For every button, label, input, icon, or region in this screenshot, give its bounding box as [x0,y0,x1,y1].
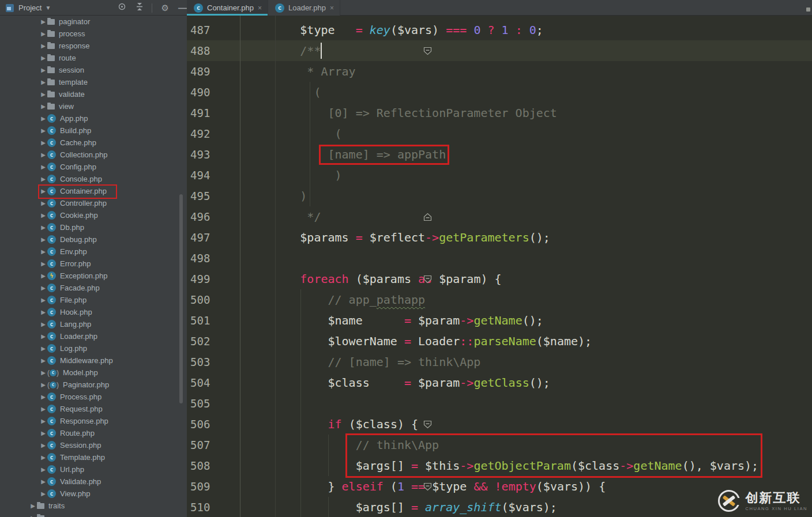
tree-item-route-php[interactable]: ▶cRoute.php [0,427,187,439]
line-number[interactable]: 495 [190,186,210,206]
code-line-506[interactable]: 506 if ($class) { [187,414,812,435]
expand-arrow-icon[interactable]: ▶ [39,31,47,37]
code-line-495[interactable]: 495 ) [187,186,812,206]
line-number[interactable]: 493 [190,144,210,165]
line-number[interactable]: 494 [190,165,210,186]
tree-item-cache-php[interactable]: ▶cCache.php [0,137,187,149]
tree-item-process[interactable]: ▶process [0,28,187,40]
line-number[interactable]: 502 [190,331,210,352]
code-line-496[interactable]: 496 */ [187,206,812,227]
expand-arrow-icon[interactable]: ▶ [39,406,47,412]
tree-item-exception-php[interactable]: ▶ϟException.php [0,270,187,282]
tree-item-partial[interactable]: ▶ [0,512,187,517]
expand-arrow-icon[interactable]: ▶ [39,139,47,146]
tree-item-paginator-php[interactable]: ▶(c)Paginator.php [0,379,187,391]
code-line-493[interactable]: 493 [name] => appPath [187,144,812,165]
tab-container-php[interactable]: cContainer.php× [187,0,268,16]
line-number[interactable]: 505 [190,393,210,414]
line-number[interactable]: 496 [190,206,210,227]
tree-item-process-php[interactable]: ▶cProcess.php [0,391,187,403]
tree-item-db-php[interactable]: ▶cDb.php [0,221,187,233]
tree-item-session-php[interactable]: ▶cSession.php [0,439,187,451]
code-line-494[interactable]: 494 ) [187,165,812,186]
expand-arrow-icon[interactable]: ▶ [39,321,47,327]
tree-item-config-php[interactable]: ▶cConfig.php [0,161,187,173]
tree-item-validate[interactable]: ▶validate [0,88,187,100]
line-number[interactable]: 500 [190,289,210,310]
tab-loader-php[interactable]: cLoader.php× [268,0,340,16]
fold-marker-up-icon[interactable] [423,213,432,221]
tree-item-lang-php[interactable]: ▶cLang.php [0,318,187,330]
expand-arrow-icon[interactable]: ▶ [39,79,47,85]
tree-item-collection-php[interactable]: ▶cCollection.php [0,149,187,161]
tree-item-controller-php[interactable]: ▶cController.php [0,197,187,209]
line-number[interactable]: 491 [190,103,210,123]
tree-item-request-php[interactable]: ▶cRequest.php [0,403,187,415]
expand-arrow-icon[interactable]: ▶ [39,309,47,315]
tree-item-response[interactable]: ▶response [0,40,187,52]
code-line-499[interactable]: 499 foreach ($params as $param) { [187,269,812,289]
code-line-505[interactable]: 505 [187,393,812,414]
tree-item-console-php[interactable]: ▶cConsole.php [0,173,187,185]
expand-arrow-icon[interactable]: ▶ [39,188,47,194]
tree-item-view[interactable]: ▶view [0,100,187,112]
expand-arrow-icon[interactable]: ▶ [39,127,47,134]
tree-item-debug-php[interactable]: ▶cDebug.php [0,233,187,246]
line-number[interactable]: 488 [190,40,210,61]
tree-item-middleware-php[interactable]: ▶cMiddleware.php [0,354,187,367]
tree-item-traits[interactable]: ▶traits [0,500,187,512]
chevron-down-icon[interactable]: ▼ [45,5,51,11]
code-line-488[interactable]: 488 /** [187,40,812,61]
expand-arrow-icon[interactable]: ▶ [39,357,47,364]
expand-arrow-icon[interactable]: ▶ [39,212,47,218]
expand-arrow-icon[interactable]: ▶ [39,333,47,339]
fold-marker-down-icon[interactable] [423,47,432,55]
tree-scrollbar[interactable] [179,194,183,403]
line-number[interactable]: 499 [190,269,210,289]
line-number[interactable]: 504 [190,372,210,393]
code-editor[interactable]: 486 reset($vars);487 $type = key($vars) … [187,16,812,517]
expand-arrow-icon[interactable]: ▶ [39,394,47,400]
code-line-501[interactable]: 501 $name = $param->getName(); [187,310,812,331]
tree-item-container-php[interactable]: ▶cContainer.php [0,185,187,197]
line-number[interactable]: 509 [190,476,210,497]
tree-item-loader-php[interactable]: ▶cLoader.php [0,330,187,342]
expand-arrow-icon[interactable]: ▶ [39,164,47,170]
expand-arrow-icon[interactable]: ▶ [39,430,47,436]
tree-item-route[interactable]: ▶route [0,52,187,64]
expand-arrow-icon[interactable]: ▶ [39,345,47,352]
code-line-507[interactable]: 507 // think\App [187,435,812,455]
line-number[interactable]: 498 [190,248,210,269]
expand-arrow-icon[interactable]: ▶ [39,248,47,255]
settings-gear-icon[interactable]: ⚙ [161,0,169,16]
collapse-all-icon[interactable] [136,0,144,16]
fold-marker-down-icon[interactable] [423,420,432,429]
expand-arrow-icon[interactable]: ▶ [39,454,47,461]
expand-arrow-icon[interactable]: ▶ [39,67,47,73]
tree-item-error-php[interactable]: ▶cError.php [0,258,187,270]
expand-arrow-icon[interactable]: ▶ [39,152,47,158]
code-line-502[interactable]: 502 $lowerName = Loader::parseName($name… [187,331,812,352]
fold-marker-down-icon[interactable] [423,482,432,491]
expand-arrow-icon[interactable]: ▶ [39,285,47,291]
expand-arrow-icon[interactable]: ▶ [39,200,47,206]
tree-item-model-php[interactable]: ▶(c)Model.php [0,367,187,379]
expand-arrow-icon[interactable]: ▶ [39,115,47,122]
line-number[interactable]: 510 [190,497,210,517]
tree-item-app-php[interactable]: ▶cApp.php [0,112,187,124]
expand-arrow-icon[interactable]: ▶ [39,382,47,388]
code-line-500[interactable]: 500 // app_pathapp [187,289,812,310]
expand-arrow-icon[interactable]: ▶ [39,236,47,243]
tree-item-template-php[interactable]: ▶cTemplate.php [0,451,187,463]
expand-arrow-icon[interactable]: ▶ [39,55,47,61]
tree-item-file-php[interactable]: ▶cFile.php [0,294,187,306]
line-number[interactable]: 486 [190,16,210,20]
line-number[interactable]: 487 [190,20,210,40]
locate-icon[interactable] [118,0,126,16]
tree-item-response-php[interactable]: ▶cResponse.php [0,415,187,427]
expand-arrow-icon[interactable]: ▶ [39,176,47,182]
code-line-490[interactable]: 490 ( [187,82,812,103]
expand-arrow-icon[interactable]: ▶ [39,466,47,473]
expand-arrow-icon[interactable]: ▶ [39,91,47,97]
code-line-503[interactable]: 503 // [name] => think\App [187,352,812,372]
